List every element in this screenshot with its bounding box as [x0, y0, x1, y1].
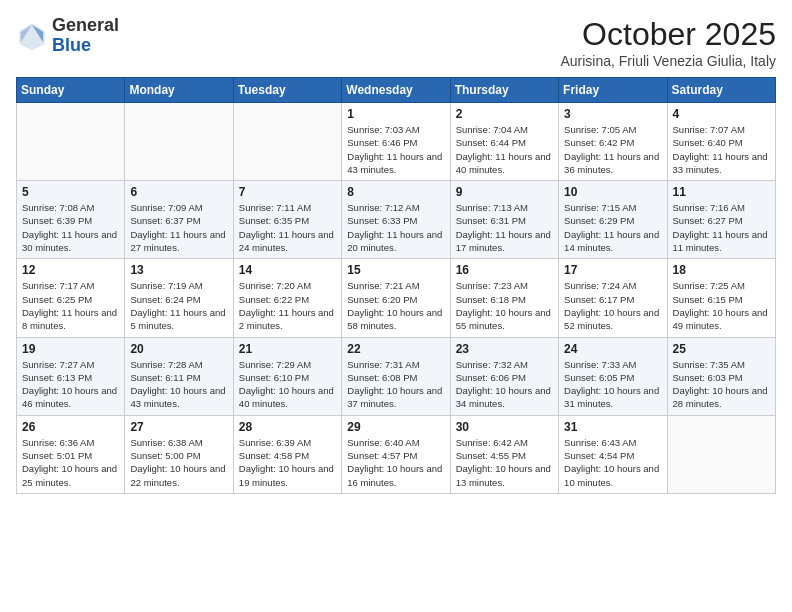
calendar-cell: 1Sunrise: 7:03 AMSunset: 6:46 PMDaylight…: [342, 103, 450, 181]
day-info: Sunrise: 7:16 AMSunset: 6:27 PMDaylight:…: [673, 201, 770, 254]
weekday-header: Monday: [125, 78, 233, 103]
weekday-header: Thursday: [450, 78, 558, 103]
calendar-cell: 15Sunrise: 7:21 AMSunset: 6:20 PMDayligh…: [342, 259, 450, 337]
day-number: 6: [130, 185, 227, 199]
day-info: Sunrise: 7:12 AMSunset: 6:33 PMDaylight:…: [347, 201, 444, 254]
day-number: 24: [564, 342, 661, 356]
day-number: 27: [130, 420, 227, 434]
month-title: October 2025: [560, 16, 776, 53]
day-info: Sunrise: 6:42 AMSunset: 4:55 PMDaylight:…: [456, 436, 553, 489]
day-number: 14: [239, 263, 336, 277]
calendar-cell: 21Sunrise: 7:29 AMSunset: 6:10 PMDayligh…: [233, 337, 341, 415]
day-info: Sunrise: 7:29 AMSunset: 6:10 PMDaylight:…: [239, 358, 336, 411]
day-info: Sunrise: 7:03 AMSunset: 6:46 PMDaylight:…: [347, 123, 444, 176]
day-number: 9: [456, 185, 553, 199]
calendar-table: SundayMondayTuesdayWednesdayThursdayFrid…: [16, 77, 776, 494]
weekday-header: Saturday: [667, 78, 775, 103]
day-info: Sunrise: 7:17 AMSunset: 6:25 PMDaylight:…: [22, 279, 119, 332]
day-number: 17: [564, 263, 661, 277]
day-number: 20: [130, 342, 227, 356]
day-info: Sunrise: 7:24 AMSunset: 6:17 PMDaylight:…: [564, 279, 661, 332]
calendar-cell: 31Sunrise: 6:43 AMSunset: 4:54 PMDayligh…: [559, 415, 667, 493]
day-info: Sunrise: 6:36 AMSunset: 5:01 PMDaylight:…: [22, 436, 119, 489]
calendar-cell: 24Sunrise: 7:33 AMSunset: 6:05 PMDayligh…: [559, 337, 667, 415]
day-number: 16: [456, 263, 553, 277]
day-info: Sunrise: 6:40 AMSunset: 4:57 PMDaylight:…: [347, 436, 444, 489]
day-info: Sunrise: 7:15 AMSunset: 6:29 PMDaylight:…: [564, 201, 661, 254]
day-number: 10: [564, 185, 661, 199]
calendar-header-row: SundayMondayTuesdayWednesdayThursdayFrid…: [17, 78, 776, 103]
calendar-cell: 29Sunrise: 6:40 AMSunset: 4:57 PMDayligh…: [342, 415, 450, 493]
calendar-cell: 16Sunrise: 7:23 AMSunset: 6:18 PMDayligh…: [450, 259, 558, 337]
weekday-header: Tuesday: [233, 78, 341, 103]
calendar-cell: 2Sunrise: 7:04 AMSunset: 6:44 PMDaylight…: [450, 103, 558, 181]
calendar-cell: [17, 103, 125, 181]
day-info: Sunrise: 7:32 AMSunset: 6:06 PMDaylight:…: [456, 358, 553, 411]
calendar-cell: 18Sunrise: 7:25 AMSunset: 6:15 PMDayligh…: [667, 259, 775, 337]
day-number: 3: [564, 107, 661, 121]
day-info: Sunrise: 7:33 AMSunset: 6:05 PMDaylight:…: [564, 358, 661, 411]
day-number: 13: [130, 263, 227, 277]
day-info: Sunrise: 7:25 AMSunset: 6:15 PMDaylight:…: [673, 279, 770, 332]
calendar-cell: 14Sunrise: 7:20 AMSunset: 6:22 PMDayligh…: [233, 259, 341, 337]
day-number: 11: [673, 185, 770, 199]
day-number: 28: [239, 420, 336, 434]
day-number: 25: [673, 342, 770, 356]
day-number: 29: [347, 420, 444, 434]
calendar-week-row: 5Sunrise: 7:08 AMSunset: 6:39 PMDaylight…: [17, 181, 776, 259]
location-subtitle: Aurisina, Friuli Venezia Giulia, Italy: [560, 53, 776, 69]
calendar-cell: 11Sunrise: 7:16 AMSunset: 6:27 PMDayligh…: [667, 181, 775, 259]
day-number: 4: [673, 107, 770, 121]
calendar-week-row: 1Sunrise: 7:03 AMSunset: 6:46 PMDaylight…: [17, 103, 776, 181]
day-number: 31: [564, 420, 661, 434]
day-info: Sunrise: 7:21 AMSunset: 6:20 PMDaylight:…: [347, 279, 444, 332]
day-number: 8: [347, 185, 444, 199]
calendar-week-row: 19Sunrise: 7:27 AMSunset: 6:13 PMDayligh…: [17, 337, 776, 415]
day-number: 2: [456, 107, 553, 121]
day-info: Sunrise: 7:20 AMSunset: 6:22 PMDaylight:…: [239, 279, 336, 332]
calendar-cell: 23Sunrise: 7:32 AMSunset: 6:06 PMDayligh…: [450, 337, 558, 415]
calendar-cell: [233, 103, 341, 181]
calendar-cell: 12Sunrise: 7:17 AMSunset: 6:25 PMDayligh…: [17, 259, 125, 337]
day-number: 30: [456, 420, 553, 434]
day-info: Sunrise: 7:19 AMSunset: 6:24 PMDaylight:…: [130, 279, 227, 332]
day-number: 15: [347, 263, 444, 277]
day-number: 22: [347, 342, 444, 356]
calendar-cell: 8Sunrise: 7:12 AMSunset: 6:33 PMDaylight…: [342, 181, 450, 259]
day-info: Sunrise: 7:13 AMSunset: 6:31 PMDaylight:…: [456, 201, 553, 254]
day-info: Sunrise: 7:11 AMSunset: 6:35 PMDaylight:…: [239, 201, 336, 254]
day-number: 1: [347, 107, 444, 121]
calendar-cell: 19Sunrise: 7:27 AMSunset: 6:13 PMDayligh…: [17, 337, 125, 415]
calendar-cell: 7Sunrise: 7:11 AMSunset: 6:35 PMDaylight…: [233, 181, 341, 259]
weekday-header: Wednesday: [342, 78, 450, 103]
day-number: 26: [22, 420, 119, 434]
day-number: 23: [456, 342, 553, 356]
calendar-cell: 6Sunrise: 7:09 AMSunset: 6:37 PMDaylight…: [125, 181, 233, 259]
day-info: Sunrise: 7:04 AMSunset: 6:44 PMDaylight:…: [456, 123, 553, 176]
day-info: Sunrise: 7:23 AMSunset: 6:18 PMDaylight:…: [456, 279, 553, 332]
day-info: Sunrise: 7:27 AMSunset: 6:13 PMDaylight:…: [22, 358, 119, 411]
calendar-cell: 20Sunrise: 7:28 AMSunset: 6:11 PMDayligh…: [125, 337, 233, 415]
weekday-header: Sunday: [17, 78, 125, 103]
calendar-cell: 4Sunrise: 7:07 AMSunset: 6:40 PMDaylight…: [667, 103, 775, 181]
calendar-week-row: 26Sunrise: 6:36 AMSunset: 5:01 PMDayligh…: [17, 415, 776, 493]
calendar-cell: 17Sunrise: 7:24 AMSunset: 6:17 PMDayligh…: [559, 259, 667, 337]
day-number: 19: [22, 342, 119, 356]
day-info: Sunrise: 6:39 AMSunset: 4:58 PMDaylight:…: [239, 436, 336, 489]
calendar-cell: 13Sunrise: 7:19 AMSunset: 6:24 PMDayligh…: [125, 259, 233, 337]
day-number: 7: [239, 185, 336, 199]
day-info: Sunrise: 7:31 AMSunset: 6:08 PMDaylight:…: [347, 358, 444, 411]
day-info: Sunrise: 7:07 AMSunset: 6:40 PMDaylight:…: [673, 123, 770, 176]
calendar-cell: 3Sunrise: 7:05 AMSunset: 6:42 PMDaylight…: [559, 103, 667, 181]
calendar-cell: 28Sunrise: 6:39 AMSunset: 4:58 PMDayligh…: [233, 415, 341, 493]
logo: General Blue: [16, 16, 119, 56]
day-info: Sunrise: 7:09 AMSunset: 6:37 PMDaylight:…: [130, 201, 227, 254]
day-info: Sunrise: 6:38 AMSunset: 5:00 PMDaylight:…: [130, 436, 227, 489]
logo-text: General Blue: [52, 16, 119, 56]
day-info: Sunrise: 7:08 AMSunset: 6:39 PMDaylight:…: [22, 201, 119, 254]
calendar-cell: 30Sunrise: 6:42 AMSunset: 4:55 PMDayligh…: [450, 415, 558, 493]
calendar-cell: 25Sunrise: 7:35 AMSunset: 6:03 PMDayligh…: [667, 337, 775, 415]
day-number: 21: [239, 342, 336, 356]
page-header: General Blue October 2025 Aurisina, Friu…: [16, 16, 776, 69]
calendar-cell: [667, 415, 775, 493]
